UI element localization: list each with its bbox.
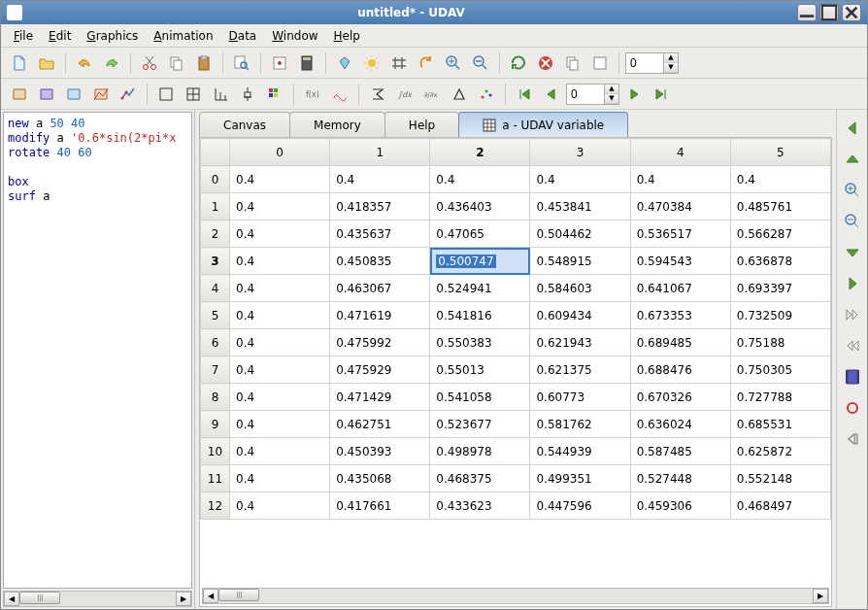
slice-input[interactable] bbox=[567, 87, 604, 101]
col-header[interactable]: 1 bbox=[330, 139, 430, 166]
cell[interactable]: 0.673353 bbox=[630, 302, 730, 329]
cell[interactable]: 0.4 bbox=[430, 166, 530, 193]
cell[interactable]: 0.450835 bbox=[330, 248, 430, 275]
diamond-icon[interactable] bbox=[332, 51, 357, 76]
cell[interactable]: 0.475929 bbox=[330, 356, 430, 384]
minimize-button[interactable] bbox=[797, 4, 817, 21]
row-header[interactable]: 0 bbox=[201, 166, 230, 193]
cell[interactable]: 0.475992 bbox=[330, 329, 430, 356]
redo-icon[interactable] bbox=[99, 51, 124, 76]
menu-help[interactable]: Help bbox=[327, 27, 367, 45]
cell[interactable]: 0.462751 bbox=[330, 411, 430, 438]
col-header[interactable]: 0 bbox=[230, 139, 330, 166]
cell[interactable]: 0.459306 bbox=[630, 492, 730, 520]
row-header[interactable]: 5 bbox=[201, 302, 230, 329]
row-header[interactable]: 9 bbox=[201, 411, 230, 438]
delta-icon[interactable] bbox=[447, 82, 472, 107]
copy-icon[interactable] bbox=[164, 51, 189, 76]
cell[interactable]: 0.4 bbox=[230, 302, 330, 329]
tool-5-icon[interactable] bbox=[116, 82, 141, 107]
cell[interactable]: 0.727788 bbox=[730, 384, 830, 411]
scroll-left-icon[interactable]: ◀ bbox=[203, 589, 218, 603]
cell[interactable]: 0.4 bbox=[230, 275, 330, 302]
frame-input[interactable] bbox=[626, 56, 663, 70]
row-header[interactable]: 2 bbox=[201, 220, 230, 248]
cell[interactable]: 0.75188 bbox=[730, 329, 830, 356]
palette-icon[interactable] bbox=[262, 82, 287, 107]
cell[interactable]: 0.418357 bbox=[330, 193, 430, 220]
undo-icon[interactable] bbox=[72, 51, 97, 76]
cell[interactable]: 0.504462 bbox=[530, 220, 630, 248]
cell[interactable]: 0.688476 bbox=[630, 356, 730, 384]
spin-up-icon[interactable]: ▲ bbox=[664, 53, 678, 63]
cell[interactable]: 0.499351 bbox=[530, 465, 630, 492]
cell[interactable]: 0.584603 bbox=[530, 275, 630, 302]
cell[interactable]: 0.463067 bbox=[330, 275, 430, 302]
row-header[interactable]: 1 bbox=[201, 193, 230, 220]
back-icon[interactable] bbox=[842, 428, 863, 450]
cell[interactable]: 0.625872 bbox=[730, 438, 830, 465]
cell[interactable]: 0.670326 bbox=[630, 384, 730, 411]
row-header[interactable]: 6 bbox=[201, 329, 230, 356]
col-header[interactable]: 2 bbox=[430, 139, 530, 166]
film-icon[interactable] bbox=[842, 366, 863, 388]
cell[interactable]: 0.435637 bbox=[330, 220, 430, 248]
next-icon[interactable] bbox=[621, 82, 647, 107]
axes-icon[interactable] bbox=[153, 82, 179, 107]
editor-hscroll[interactable]: ◀ ▶ bbox=[3, 591, 192, 607]
sigma-icon[interactable] bbox=[365, 82, 390, 107]
paste-icon[interactable] bbox=[191, 51, 217, 76]
scroll-right-icon[interactable]: ▶ bbox=[176, 592, 191, 606]
first-icon[interactable] bbox=[512, 82, 537, 107]
dx-icon[interactable]: ∫dx bbox=[392, 82, 417, 107]
tab-memory[interactable]: Memory bbox=[289, 112, 385, 137]
data-grid[interactable]: 01234500.40.40.40.40.40.410.40.4183570.4… bbox=[200, 138, 831, 588]
cell[interactable]: 0.685531 bbox=[730, 411, 830, 438]
row-header[interactable]: 10 bbox=[201, 438, 230, 465]
arrow-down-icon[interactable] bbox=[842, 242, 863, 263]
fx-icon[interactable]: f(x) bbox=[300, 82, 325, 107]
script-editor[interactable]: new a 50 40 modify a '0.6*sin(2*pi*x rot… bbox=[3, 112, 192, 589]
play-fwd-icon[interactable] bbox=[842, 304, 863, 325]
cell[interactable]: 0.47065 bbox=[430, 220, 530, 248]
zoom-in-icon[interactable] bbox=[842, 180, 863, 201]
tool-1-icon[interactable] bbox=[7, 82, 32, 107]
cell[interactable]: 0.500747 bbox=[430, 248, 530, 275]
cell[interactable]: 0.60773 bbox=[530, 384, 630, 411]
cell[interactable]: 0.552148 bbox=[730, 465, 830, 492]
cell[interactable]: 0.468375 bbox=[430, 465, 530, 492]
zoom-out-icon[interactable] bbox=[842, 211, 863, 232]
cell[interactable]: 0.485761 bbox=[730, 193, 830, 220]
cell[interactable]: 0.4 bbox=[730, 166, 830, 193]
menu-animation[interactable]: Animation bbox=[147, 27, 219, 45]
arrow-left-icon[interactable] bbox=[842, 118, 863, 139]
hash-icon[interactable] bbox=[386, 51, 412, 76]
play-back-icon[interactable] bbox=[842, 335, 863, 356]
copy-plot-icon[interactable] bbox=[560, 51, 585, 76]
cell[interactable]: 0.548915 bbox=[530, 248, 630, 275]
cell[interactable]: 0.4 bbox=[530, 166, 630, 193]
find-icon[interactable] bbox=[229, 51, 254, 76]
menu-edit[interactable]: Edit bbox=[42, 27, 78, 45]
reset-zoom-icon[interactable] bbox=[414, 51, 439, 76]
cell[interactable]: 0.471619 bbox=[330, 302, 430, 329]
row-header[interactable]: 3 bbox=[201, 248, 230, 275]
cell[interactable]: 0.732509 bbox=[730, 302, 830, 329]
cell[interactable]: 0.636024 bbox=[630, 411, 730, 438]
new-file-icon[interactable] bbox=[7, 51, 32, 76]
cell[interactable]: 0.4 bbox=[230, 356, 330, 384]
cell[interactable]: 0.750305 bbox=[730, 356, 830, 384]
close-button[interactable] bbox=[842, 4, 861, 21]
col-header[interactable]: 5 bbox=[730, 139, 830, 166]
cell[interactable]: 0.4 bbox=[230, 329, 330, 356]
cell[interactable]: 0.471429 bbox=[330, 384, 430, 411]
light-icon[interactable] bbox=[235, 82, 260, 107]
cell[interactable]: 0.4 bbox=[230, 384, 330, 411]
cell[interactable]: 0.693397 bbox=[730, 275, 830, 302]
cell[interactable]: 0.594543 bbox=[630, 248, 730, 275]
tool-4-icon[interactable] bbox=[88, 82, 114, 107]
scroll-right-icon[interactable]: ▶ bbox=[813, 589, 828, 603]
last-icon[interactable] bbox=[649, 82, 674, 107]
calc-icon[interactable] bbox=[294, 51, 319, 76]
menu-data[interactable]: Data bbox=[222, 27, 264, 45]
